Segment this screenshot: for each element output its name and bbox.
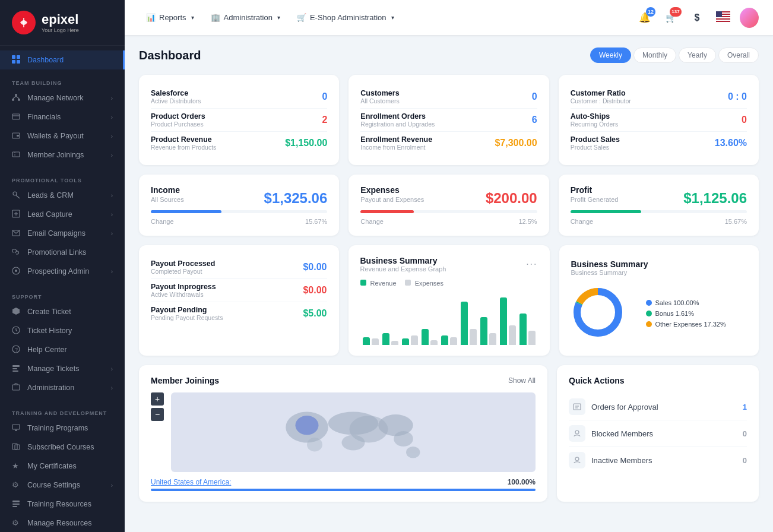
eshop-chevron: ▾: [391, 14, 394, 21]
nav-label: Leads & CRM: [27, 191, 74, 200]
stat-enrollment-orders: Enrollment Orders Registration and Upgra…: [360, 109, 537, 132]
wallet-icon: [12, 131, 21, 141]
leads-icon: [12, 191, 21, 200]
currency-button[interactable]: $: [688, 8, 707, 27]
sidebar-item-email-campaigns[interactable]: Email Campaigns ›: [0, 224, 125, 243]
sidebar-item-leads-crm[interactable]: Leads & CRM ›: [0, 186, 125, 205]
nav-label: My Certificates: [27, 462, 77, 470]
income-sub: All Sources: [151, 196, 184, 203]
svg-point-61: [575, 430, 579, 434]
stat-product-revenue-label: Product Revenue: [151, 135, 216, 144]
income-card: Income All Sources $1,325.06 Change 15.6…: [139, 175, 339, 236]
sidebar-item-prepaid-coupons[interactable]: Member Joinings ›: [0, 145, 125, 164]
sidebar-item-manage-resources[interactable]: ⚙ Manage Resources: [0, 514, 125, 532]
nav-label: Manage Network: [27, 94, 84, 102]
sidebar-item-training-resources[interactable]: Training Resources: [0, 495, 125, 514]
expense-bar: [450, 337, 457, 345]
sidebar-item-ticket-history[interactable]: Ticket History: [0, 321, 125, 340]
reports-icon: 📊: [146, 13, 156, 22]
menu-reports[interactable]: 📊 Reports ▾: [139, 10, 201, 26]
nav-label: Training Resources: [27, 500, 91, 508]
svg-point-7: [12, 99, 14, 101]
courses-icon: [12, 442, 21, 452]
sidebar-item-create-ticket[interactable]: Create Ticket: [0, 302, 125, 321]
section-title-promo: PROMOTIONAL TOOLS: [0, 174, 125, 186]
expense-bar: [509, 325, 516, 345]
sidebar-item-lead-capture[interactable]: Lead Capture ›: [0, 205, 125, 224]
resources-icon: [12, 499, 21, 509]
stat-enrollment-orders-val: 6: [532, 115, 537, 125]
nav-section-promotional: PROMOTIONAL TOOLS Leads & CRM › Lead Cap…: [0, 167, 125, 283]
chevron-icon: ›: [111, 192, 113, 199]
sidebar-item-administration[interactable]: Administration ›: [0, 378, 125, 397]
chart-legend: Revenue Expenses: [360, 280, 538, 287]
tab-overall[interactable]: Overall: [718, 48, 759, 63]
chevron-icon: ›: [111, 230, 113, 237]
payout-pending-label: Payout Pending: [151, 306, 223, 314]
svg-rect-40: [12, 506, 17, 507]
network-icon: [12, 93, 21, 103]
stat-enrollment-orders-sub: Registration and Upgrades: [360, 121, 435, 128]
logo-area: epixel Your Logo Here: [0, 0, 125, 46]
stat-customers: Customers All Customers 0: [360, 86, 537, 109]
svg-rect-39: [12, 504, 20, 505]
show-all-button[interactable]: Show All: [508, 376, 536, 385]
chart-more-button[interactable]: ···: [526, 259, 537, 270]
sidebar-item-promo-links[interactable]: Promotional Links: [0, 243, 125, 262]
notifications-button[interactable]: 🔔 12: [635, 8, 654, 27]
bar-group: [441, 335, 457, 345]
map-zoom-out[interactable]: −: [151, 408, 164, 421]
svg-rect-44: [716, 17, 730, 18]
language-button[interactable]: [714, 8, 733, 27]
help-icon: ?: [12, 345, 21, 354]
tab-monthly[interactable]: Monthly: [633, 48, 676, 63]
sidebar-item-manage-network[interactable]: Manage Network ›: [0, 88, 125, 107]
qa-inactive-members[interactable]: Inactive Members 0: [569, 447, 747, 473]
sidebar-item-training-programs[interactable]: Training Programs: [0, 419, 125, 438]
sidebar-item-financials[interactable]: Financials ›: [0, 107, 125, 126]
svg-point-62: [575, 457, 579, 461]
donut-legend-label: Bonus 1.61%: [655, 310, 694, 317]
cart-button[interactable]: 🛒 137: [661, 8, 680, 27]
qa-orders-approval[interactable]: Orders for Approval 1: [569, 394, 747, 420]
payout-processed-sub: Completed Payout: [151, 268, 215, 275]
revenue-bar: [422, 329, 429, 345]
sidebar-item-help-center[interactable]: ? Help Center: [0, 340, 125, 359]
sidebar-item-dashboard[interactable]: Dashboard: [0, 50, 125, 69]
nav-section-team-building: TEAM BUILDING Manage Network › Financial…: [0, 69, 125, 167]
stat-enrollment-revenue-val: $7,300.00: [495, 138, 537, 148]
expense-bar: [489, 333, 496, 345]
revenue-bar: [461, 302, 468, 345]
chevron-icon: ›: [111, 482, 113, 489]
nav-label: Member Joinings: [27, 151, 84, 159]
svg-point-8: [18, 99, 20, 101]
sidebar-item-course-settings[interactable]: ⚙ Course Settings ›: [0, 476, 125, 495]
expense-bar: [528, 331, 536, 345]
sidebar-item-prospecting[interactable]: Prospecting Admin ›: [0, 262, 125, 281]
bar-group: [461, 302, 477, 345]
sidebar-item-wallets[interactable]: Wallets & Payout ›: [0, 126, 125, 145]
svg-rect-32: [12, 385, 20, 390]
sidebar-item-subscribed-courses[interactable]: Subscribed Courses: [0, 438, 125, 457]
svg-point-54: [394, 431, 413, 446]
qa-blocked-members[interactable]: Blocked Members 0: [569, 420, 747, 447]
link-icon: [12, 248, 21, 257]
donut-legend-item: Bonus 1.61%: [646, 310, 726, 317]
quick-actions-card: Quick Actions Orders for Approval 1: [557, 365, 759, 502]
payout-pending-val: $5.00: [303, 308, 327, 319]
sidebar-item-my-certificates[interactable]: ★ My Certificates: [0, 457, 125, 476]
user-avatar-button[interactable]: [740, 8, 759, 27]
tab-yearly[interactable]: Yearly: [679, 48, 716, 63]
blocked-members-icon: [569, 425, 585, 442]
svg-point-50: [296, 416, 319, 435]
menu-eshop[interactable]: 🛒 E-Shop Administration ▾: [290, 10, 401, 26]
nav-label: Financials: [27, 113, 61, 121]
section-title-training: TRAINING AND DEVELOPMENT: [0, 407, 125, 419]
sidebar-item-manage-tickets[interactable]: Manage Tickets ›: [0, 359, 125, 378]
map-zoom-in[interactable]: +: [151, 392, 164, 406]
menu-administration[interactable]: 🏢 Administration ▾: [204, 10, 287, 26]
svg-point-56: [307, 438, 322, 451]
tab-weekly[interactable]: Weekly: [590, 48, 631, 63]
qa-blocked-label: Blocked Members: [591, 429, 653, 438]
expenses-legend-dot: [405, 280, 411, 286]
